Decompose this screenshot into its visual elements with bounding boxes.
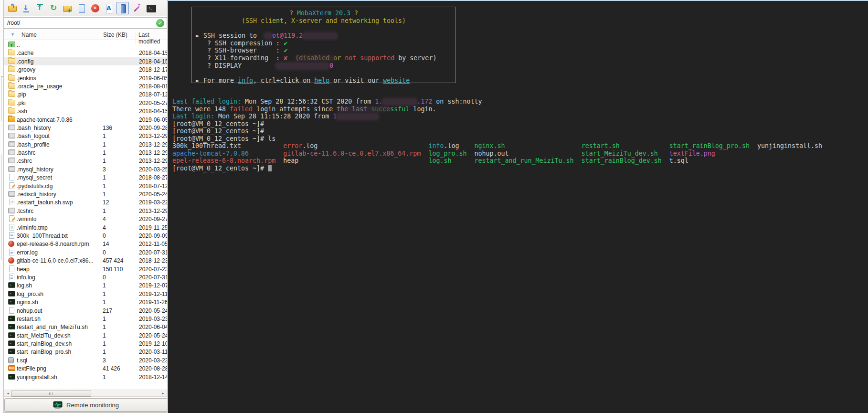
script-gray-icon <box>8 141 15 147</box>
file-row[interactable]: .ssh2018-04-15 . <box>4 107 167 115</box>
file-row[interactable]: .viminfo.tmp42019-11-25 . <box>4 223 167 232</box>
file-row[interactable]: .rediscli_history12020-05-24 . <box>4 190 167 198</box>
upload-button[interactable]: ↑ <box>33 2 46 14</box>
file-date: 2019-11-25 . <box>139 224 167 231</box>
sql-icon <box>8 357 14 363</box>
terminal-text: [root@VM_0_12_centos ~]# ls <box>172 135 275 142</box>
file-row[interactable]: .restart_taolun.sh.swp122019-03-22 . <box>4 198 167 206</box>
rename-button[interactable]: A <box>103 2 115 14</box>
file-row[interactable]: yunjinginstall.sh12018-12-14 . <box>4 373 167 381</box>
file-row[interactable]: .viminfo42020-09-27 . <box>4 215 167 223</box>
script-gray-icon <box>8 191 15 197</box>
file-row[interactable]: .pydistutils.cfg12018-07-12 . <box>4 182 167 190</box>
side-tab-strip[interactable] <box>0 0 3 413</box>
file-row[interactable]: .cache2018-04-15 . <box>4 49 167 57</box>
delete-button[interactable]: ✕ <box>89 2 101 14</box>
sftp-toolbar: ↰↓↑↻+✕A✦›_ <box>4 0 167 16</box>
file-row[interactable]: textFile.png41 4262020-08-28 . <box>4 364 167 372</box>
doc-temp-icon <box>9 199 14 205</box>
file-name: .oracle_jre_usage <box>17 83 62 90</box>
script-gray-icon <box>8 125 15 130</box>
file-row[interactable]: error.log02020-07-31 . <box>4 248 167 256</box>
scroll-right-arrow-icon[interactable]: ▸ <box>160 391 166 396</box>
terminal-text <box>750 142 757 149</box>
banner-box: ? MobaXterm 20.3 ?(SSH client, X-server … <box>191 7 456 83</box>
terminal-text: ? <box>289 10 297 17</box>
file-row[interactable]: t.sql32020-03-23 . <box>4 356 167 364</box>
file-row[interactable]: epel-release-6-8.noarch.rpm142012-11-05 … <box>4 240 167 248</box>
parent-directory-icon: ↰ <box>10 3 15 9</box>
file-row[interactable]: gitlab-ce-11.6.0-ce.0.el7.x86...457 4242… <box>4 256 167 265</box>
file-row[interactable]: nginx.sh12019-11-26 . <box>4 298 167 306</box>
file-row[interactable]: .groovy2018-12-17 . <box>4 65 167 74</box>
terminal-link[interactable]: info <box>238 77 253 84</box>
scroll-left-arrow-icon[interactable]: ◂ <box>5 391 11 396</box>
file-row[interactable]: .pki2020-05-27 . <box>4 99 167 107</box>
horizontal-scrollbar[interactable]: ◂ ▸ <box>4 390 167 397</box>
terminal-text: gitlab-ce-11.6.0-ce.0.el7.x86_64.rpm <box>283 150 421 157</box>
file-date: 2020-09-09 . <box>139 233 167 239</box>
file-row[interactable]: .bash_logout12013-12-29 . <box>4 132 167 140</box>
terminal-text: Last login: <box>172 113 214 120</box>
path-input[interactable] <box>4 19 156 27</box>
file-size: 217 <box>103 307 112 314</box>
file-row[interactable]: apache-tomcat-7.0.862019-06-05 . <box>4 116 167 124</box>
doc-edit-icon <box>9 182 14 189</box>
file-date: 2020-07-23 . <box>139 266 167 273</box>
file-row[interactable]: log.sh12019-12-07 . <box>4 281 167 289</box>
console-button[interactable]: ›_ <box>144 2 157 14</box>
script-icon <box>8 374 15 380</box>
scrollbar-thumb[interactable] <box>11 391 91 397</box>
terminal-text: ✔ <box>284 47 287 54</box>
file-row[interactable]: heap150 1102020-07-23 . <box>4 265 167 273</box>
file-row[interactable]: .bashrc12013-12-29 . <box>4 148 167 157</box>
file-row[interactable]: restart_and_run_MeiziTu.sh12020-06-04 . <box>4 323 167 331</box>
remote-monitoring-button[interactable]: Remote monitoring <box>4 398 168 412</box>
new-folder-button[interactable]: + <box>61 2 74 14</box>
wand-button[interactable]: ✦ <box>130 2 143 14</box>
rpm-icon <box>8 257 14 264</box>
file-row[interactable]: start_MeiziTu_dev.sh12020-05-24 . <box>4 331 167 339</box>
split-view-button[interactable] <box>116 2 129 14</box>
file-row[interactable]: 300k_100Thread.txt02020-09-09 . <box>4 232 167 240</box>
file-row[interactable]: nohup.out2172020-05-24 . <box>4 307 167 315</box>
file-name: .bash_history <box>17 125 51 131</box>
file-row[interactable]: info.log02020-07-31 . <box>4 273 167 281</box>
file-row[interactable]: .jenkins2019-06-05 . <box>4 74 167 82</box>
file-name: restart.sh <box>17 316 41 322</box>
file-row[interactable]: .. <box>4 41 167 49</box>
terminal-text: info <box>428 142 444 149</box>
file-row[interactable]: .cshrc12013-12-29 . <box>4 157 167 165</box>
file-row[interactable]: .mysql_secret12018-08-27 . <box>4 173 167 181</box>
refresh-button[interactable]: ↻ <box>47 2 60 14</box>
file-size: 41 426 <box>103 365 120 372</box>
new-file-button[interactable] <box>75 2 87 14</box>
file-row[interactable]: start_rainBlog_pro.sh12020-03-11 . <box>4 348 167 356</box>
file-date: 2013-12-29 . <box>139 133 167 139</box>
parent-directory-button[interactable]: ↰ <box>6 2 18 14</box>
mobaxterm-window: ↰↓↑↻+✕A✦›_ ✓ ▼ Name Size (KB) Last modif… <box>0 0 868 413</box>
file-name: start_rainBlog_pro.sh <box>17 349 71 355</box>
download-button[interactable]: ↓ <box>20 2 32 14</box>
file-row[interactable]: .mysql_history32020-03-25 . <box>4 165 167 173</box>
folder-icon <box>8 91 15 97</box>
file-name: .rediscli_history <box>17 191 56 198</box>
terminal-text: t.sql <box>669 157 688 164</box>
file-row[interactable]: .tcshrc12013-12-29 . <box>4 207 167 215</box>
file-name: .. <box>17 42 20 48</box>
file-row[interactable]: .bash_profile12013-12-29 . <box>4 140 167 148</box>
file-row[interactable]: restart.sh12019-03-23 . <box>4 315 167 323</box>
terminal-link[interactable]: website <box>383 77 410 84</box>
file-row[interactable]: start_rainBlog_dev.sh12019-12-10 . <box>4 339 167 348</box>
terminal-link[interactable]: help <box>314 77 329 84</box>
terminal[interactable]: ? MobaXterm 20.3 ?(SSH client, X-server … <box>168 0 868 413</box>
file-row[interactable]: .pip2018-07-12 . <box>4 90 167 98</box>
file-row[interactable]: .oracle_jre_usage2018-08-01 . <box>4 82 167 90</box>
file-row[interactable]: .bash_history1362020-09-28 . <box>4 124 167 132</box>
column-header-name[interactable]: Name <box>21 32 37 38</box>
file-row[interactable]: log_pro.sh12019-12-11 . <box>4 290 167 298</box>
file-row[interactable]: .config2018-04-15 . <box>4 57 167 65</box>
file-size: 1 <box>103 208 106 214</box>
column-header-size[interactable]: Size (KB) <box>100 32 127 38</box>
file-name: .bashrc <box>17 149 35 156</box>
